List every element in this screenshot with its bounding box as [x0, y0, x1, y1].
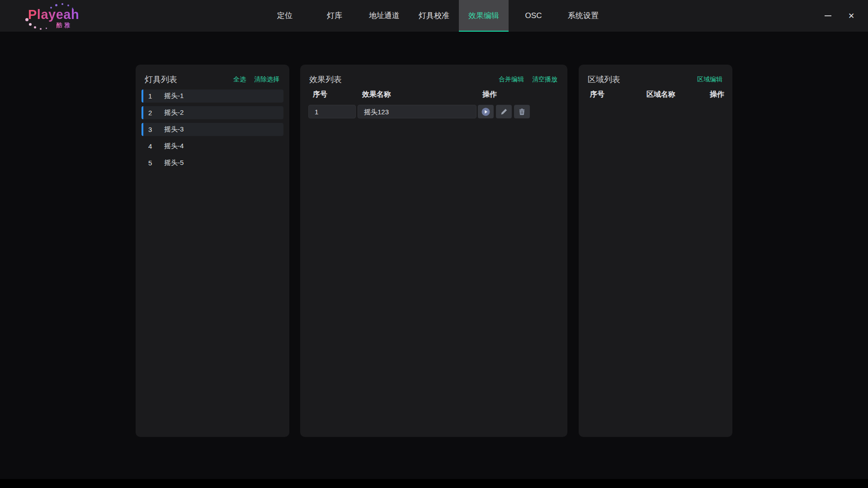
fixture-list: 1 摇头-1 2 摇头-2 3 摇头-3 4 摇头-4 5 摇头-5 [142, 89, 283, 173]
area-panel-header: 区域列表 区域编辑 [588, 73, 722, 86]
area-col-index: 序号 [590, 90, 604, 99]
fixture-row[interactable]: 1 摇头-1 [142, 89, 283, 103]
logo-dot [29, 23, 32, 26]
tab-positioning[interactable]: 定位 [260, 0, 310, 32]
area-col-actions: 操作 [710, 90, 724, 99]
close-icon: ✕ [848, 12, 854, 20]
close-button[interactable]: ✕ [846, 11, 856, 21]
tab-fixture-library[interactable]: 灯库 [310, 0, 359, 32]
clear-selection-link[interactable]: 清除选择 [254, 75, 279, 84]
fixture-index: 3 [148, 126, 164, 133]
brand-name: Playeah [28, 7, 79, 22]
fixture-index: 2 [148, 109, 164, 117]
edit-effect-button[interactable] [496, 105, 512, 118]
fixture-index: 1 [148, 92, 164, 100]
tab-osc[interactable]: OSC [509, 0, 558, 32]
effect-name-cell[interactable]: 摇头123 [358, 105, 476, 118]
area-list-panel: 区域列表 区域编辑 序号 区域名称 操作 [579, 65, 732, 437]
tab-address-channels[interactable]: 地址通道 [359, 0, 409, 32]
area-panel-title: 区域列表 [588, 74, 620, 85]
minimize-button[interactable] [823, 11, 833, 21]
area-edit-link[interactable]: 区域编辑 [697, 75, 722, 84]
tab-system-settings[interactable]: 系统设置 [558, 0, 608, 32]
effect-panel-title: 效果列表 [309, 74, 342, 85]
minimize-icon [825, 15, 831, 16]
tab-fixture-calibration[interactable]: 灯具校准 [409, 0, 459, 32]
logo-dot [40, 28, 42, 30]
effect-index-cell[interactable]: 1 [308, 105, 356, 118]
bottom-edge-strip [0, 479, 868, 488]
select-all-link[interactable]: 全选 [233, 75, 246, 84]
fixture-name: 摇头-2 [164, 108, 283, 117]
clear-playback-link[interactable]: 清空播放 [532, 75, 557, 84]
brand-subtitle: 酷雅 [57, 21, 72, 29]
tab-effect-editor[interactable]: 效果编辑 [459, 0, 509, 32]
brand-logo: Playeah 酷雅 [24, 1, 87, 31]
effect-col-index: 序号 [313, 90, 327, 99]
fixture-row[interactable]: 4 摇头-4 [142, 140, 283, 153]
effect-panel-header: 效果列表 合并编辑 清空播放 [309, 73, 557, 86]
play-icon [481, 108, 490, 116]
fixture-row[interactable]: 5 摇头-5 [142, 156, 283, 169]
logo-dot [46, 28, 47, 29]
merge-edit-link[interactable]: 合并编辑 [499, 75, 524, 84]
fixture-name: 摇头-4 [164, 142, 283, 150]
effect-row: 1 摇头123 [300, 105, 567, 118]
effect-col-name: 效果名称 [362, 90, 391, 99]
navbar: Playeah 酷雅 定位 灯库 地址通道 灯具校准 效果编辑 OSC 系统设置… [0, 0, 868, 32]
fixture-name: 摇头-1 [164, 92, 283, 100]
edit-icon [500, 108, 508, 116]
effect-list-panel: 效果列表 合并编辑 清空播放 序号 效果名称 操作 1 摇头123 [300, 65, 567, 437]
effect-col-actions: 操作 [482, 90, 497, 99]
delete-effect-button[interactable] [514, 105, 530, 118]
window-controls: ✕ [823, 0, 856, 32]
play-effect-button[interactable] [478, 105, 494, 118]
fixture-row[interactable]: 2 摇头-2 [142, 106, 283, 119]
app-window: Playeah 酷雅 定位 灯库 地址通道 灯具校准 效果编辑 OSC 系统设置… [0, 0, 868, 488]
fixture-name: 摇头-5 [164, 159, 283, 167]
fixture-row[interactable]: 3 摇头-3 [142, 123, 283, 136]
fixture-list-panel: 灯具列表 全选 清除选择 1 摇头-1 2 摇头-2 3 摇头-3 4 摇头-4 [136, 65, 289, 437]
fixture-panel-title: 灯具列表 [145, 74, 177, 85]
logo-dot [67, 5, 69, 6]
logo-dot [34, 26, 36, 28]
logo-dot [55, 4, 57, 6]
fixture-panel-header: 灯具列表 全选 清除选择 [145, 73, 279, 86]
trash-icon [518, 108, 526, 116]
fixture-index: 5 [148, 159, 164, 167]
nav-tabs: 定位 灯库 地址通道 灯具校准 效果编辑 OSC 系统设置 [260, 0, 608, 32]
area-col-name: 区域名称 [646, 90, 675, 99]
fixture-index: 4 [148, 142, 164, 150]
fixture-name: 摇头-3 [164, 125, 283, 134]
logo-dot [61, 3, 63, 5]
